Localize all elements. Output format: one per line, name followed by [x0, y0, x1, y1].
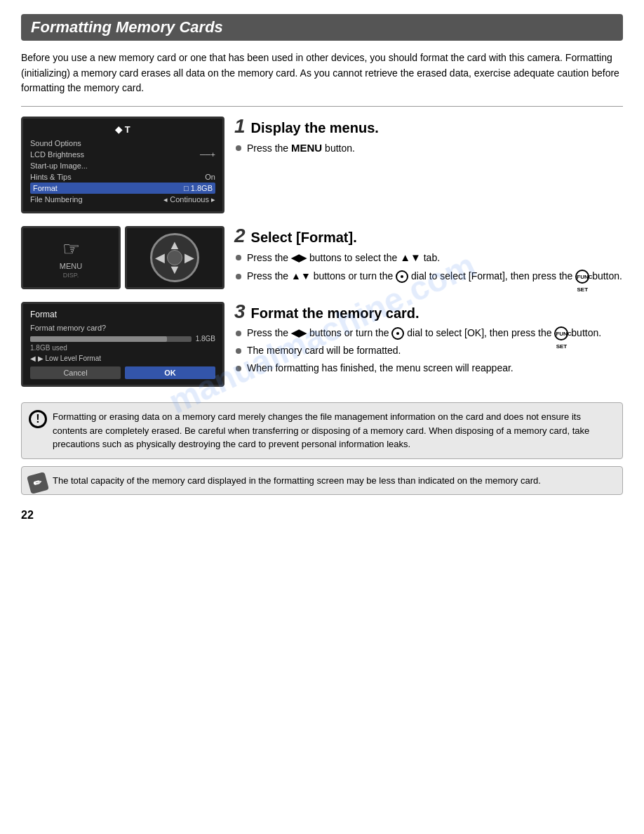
step-1-row: ◆ T Sound Options LCD Brightness ──+ Sta… — [21, 117, 623, 219]
menu-label: Format — [33, 184, 58, 192]
step-3-bullet-3: When formatting has finished, the menu s… — [234, 361, 623, 376]
menu-row-format: Format □ 1.8GB — [30, 183, 215, 194]
step-3-title: Format the memory card. — [251, 305, 420, 322]
step-3-row: Format Format memory card? 1.8GB 1.8GB u… — [21, 302, 623, 387]
step-1-screenshot: ◆ T Sound Options LCD Brightness ──+ Sta… — [21, 117, 224, 219]
step-1-heading: 1 Display the menus. — [234, 117, 623, 136]
menu-row-lcd: LCD Brightness ──+ — [30, 149, 215, 160]
step-3-heading: 3 Format the memory card. — [234, 302, 623, 322]
menu-label: LCD Brightness — [30, 150, 84, 159]
warning-icon: ! — [29, 410, 47, 428]
camera-body-label: DISP. — [63, 272, 79, 279]
used-text: 1.8GB used — [30, 344, 215, 352]
nav-arrow-down: ▼ — [168, 263, 181, 277]
ok-button[interactable]: OK — [125, 366, 215, 379]
cancel-button[interactable]: Cancel — [30, 366, 121, 379]
section-divider — [21, 106, 623, 107]
step-2-bullet-1: Press the ◀▶ buttons to select the ▲▼ ta… — [234, 250, 623, 266]
menu-label: File Numbering — [30, 195, 83, 204]
step-1-bullets: Press the MENU button. — [234, 140, 623, 157]
note-box: ✏ The total capacity of the memory card … — [21, 466, 623, 496]
page-title: Formatting Memory Cards — [21, 14, 623, 41]
nav-arrow-left: ◀ — [155, 250, 165, 265]
menu-screen: ◆ T Sound Options LCD Brightness ──+ Sta… — [21, 117, 224, 213]
step-2-row: ☞ MENU DISP. ▲ ▼ ◀ ▶ — [21, 226, 623, 295]
step-2-number: 2 — [234, 226, 246, 246]
menu-row-hints: Hints & Tips On — [30, 171, 215, 183]
menu-row-startup: Start-up Image... — [30, 160, 215, 171]
step-1-number: 1 — [234, 117, 246, 136]
step-3-screenshot: Format Format memory card? 1.8GB 1.8GB u… — [21, 302, 224, 387]
func-set-icon: FUNCSET — [575, 270, 589, 284]
step-1-instructions: 1 Display the menus. Press the MENU butt… — [234, 117, 623, 219]
hand-nav-box: ☞ MENU DISP. — [21, 226, 121, 289]
format-question: Format memory card? — [30, 324, 215, 332]
intro-paragraph: Before you use a new memory card or one … — [21, 51, 623, 96]
low-level-row: ◀ ▶ Low Level Format — [30, 355, 215, 362]
step-1-title: Display the menus. — [251, 120, 379, 136]
ud-arrow-icon: ▲▼ — [291, 270, 311, 282]
menu-value: ◂ Continuous ▸ — [163, 195, 215, 204]
step-3-number: 3 — [234, 302, 246, 322]
menu-row-sound: Sound Options — [30, 138, 215, 149]
step-2-bullets: Press the ◀▶ buttons to select the ▲▼ ta… — [234, 250, 623, 284]
nav-pad-box: ▲ ▼ ◀ ▶ — [125, 226, 224, 289]
lr-arrow-icon-2: ◀▶ — [291, 327, 307, 338]
dial-icon — [396, 270, 408, 283]
lr-arrow-icon: ◀▶ — [291, 252, 307, 263]
step-3-bullet-2: The memory card will be formatted. — [234, 343, 623, 358]
low-level-label: ◀ ▶ Low Level Format — [30, 355, 101, 362]
progress-bar — [30, 336, 192, 342]
step-2-bullet-2: Press the ▲▼ buttons or turn the dial to… — [234, 269, 623, 284]
progress-fill — [30, 336, 167, 342]
menu-label: Start-up Image... — [30, 161, 88, 170]
hand-pointing-icon: ☞ — [62, 237, 80, 260]
settings-tab-icon: ▲▼ — [400, 251, 421, 263]
step-2-instructions: 2 Select [Format]. Press the ◀▶ buttons … — [234, 226, 623, 295]
format-screen: Format Format memory card? 1.8GB 1.8GB u… — [21, 302, 224, 387]
menu-tab-icon: ◆ T — [115, 124, 130, 135]
steps-wrapper: ◆ T Sound Options LCD Brightness ──+ Sta… — [21, 117, 623, 394]
step-2-screenshot: ☞ MENU DISP. ▲ ▼ ◀ ▶ — [21, 226, 224, 295]
menu-label: Sound Options — [30, 139, 81, 147]
step-1-bullet-1: Press the MENU button. — [234, 140, 623, 157]
capacity-label: 1.8GB — [196, 335, 215, 343]
menu-value: ──+ — [200, 150, 215, 159]
nav-arrow-up: ▲ — [168, 238, 181, 253]
menu-label: Hints & Tips — [30, 173, 72, 181]
step-3-bullet-1: Press the ◀▶ buttons or turn the dial to… — [234, 326, 623, 340]
menu-row-filenumber: File Numbering ◂ Continuous ▸ — [30, 194, 215, 206]
note-text: The total capacity of the memory card di… — [53, 475, 541, 486]
step-2-heading: 2 Select [Format]. — [234, 226, 623, 246]
warning-box: ! Formatting or erasing data on a memory… — [21, 402, 623, 459]
action-buttons: Cancel OK — [30, 366, 215, 379]
note-icon: ✏ — [27, 472, 49, 494]
menu-label-on-camera: MENU — [60, 262, 82, 270]
dial-icon-2 — [391, 327, 404, 340]
page-number: 22 — [21, 509, 623, 522]
progress-bar-container: 1.8GB — [30, 335, 215, 343]
format-screen-title: Format — [30, 310, 215, 319]
nav-arrow-right: ▶ — [185, 250, 194, 265]
nav-buttons-area: ☞ MENU DISP. ▲ ▼ ◀ ▶ — [21, 226, 224, 289]
menu-value: On — [205, 173, 215, 181]
warning-text: Formatting or erasing data on a memory c… — [53, 411, 589, 449]
func-set-icon-2: FUNCSET — [554, 326, 568, 340]
nav-circle: ▲ ▼ ◀ ▶ — [150, 233, 199, 282]
screen-header: ◆ T — [30, 124, 215, 135]
step-3-instructions: 3 Format the memory card. Press the ◀▶ b… — [234, 302, 623, 387]
menu-button-label: MENU — [291, 142, 322, 154]
step-3-bullets: Press the ◀▶ buttons or turn the dial to… — [234, 326, 623, 376]
menu-value: □ 1.8GB — [184, 184, 213, 192]
step-2-title: Select [Format]. — [251, 230, 357, 246]
